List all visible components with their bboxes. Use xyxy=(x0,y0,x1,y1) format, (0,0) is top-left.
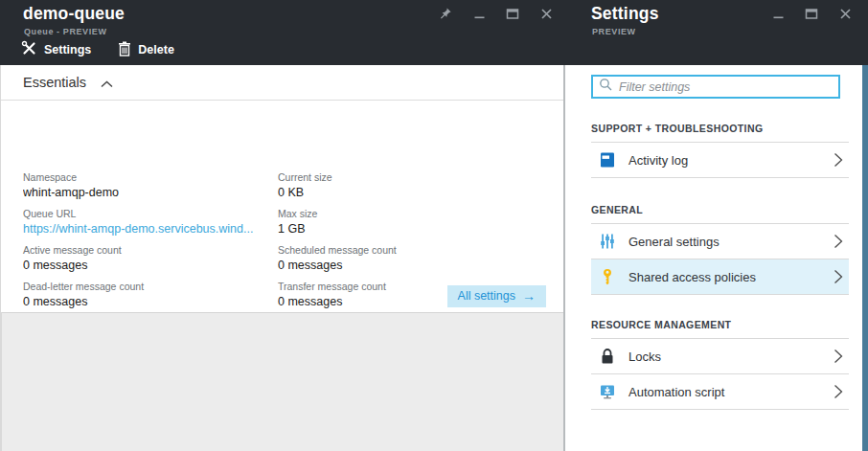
chevron-right-icon xyxy=(834,349,843,364)
essentials-header[interactable]: Essentials xyxy=(1,65,563,101)
field-current-size: Current size 0 KB xyxy=(278,170,508,200)
queue-window-controls xyxy=(438,6,554,21)
page-title: demo-queue xyxy=(23,4,125,24)
field-scheduled-message-count: Scheduled message count 0 messages xyxy=(278,243,508,273)
settings-blade: Settings PREVIEW xyxy=(565,0,862,451)
section-header: GENERAL xyxy=(591,204,849,215)
settings-title: Settings xyxy=(591,4,659,24)
pin-icon[interactable] xyxy=(438,6,453,21)
field-dead-letter-message-count: Dead-letter message count 0 messages xyxy=(23,280,267,309)
chevron-right-icon xyxy=(834,384,843,399)
next-blade-edge xyxy=(862,0,868,451)
minimize-icon[interactable] xyxy=(770,6,786,21)
maximize-icon[interactable] xyxy=(505,6,520,21)
section-list: Locks Automation script xyxy=(591,338,849,410)
menu-item-automation-script[interactable]: Automation script xyxy=(591,374,849,410)
settings-blade-header: Settings PREVIEW xyxy=(565,0,862,65)
close-icon[interactable] xyxy=(538,6,554,21)
all-settings-button[interactable]: All settings → xyxy=(447,285,546,307)
chevron-right-icon xyxy=(834,269,843,284)
section-header: RESOURCE MANAGEMENT xyxy=(591,319,849,330)
page-subtitle: Queue - PREVIEW xyxy=(24,27,107,36)
sliders-icon xyxy=(599,233,616,250)
minimize-icon[interactable] xyxy=(471,6,487,21)
settings-button-label: Settings xyxy=(44,43,91,56)
settings-blade-content: SUPPORT + TROUBLESHOOTING Activity log xyxy=(565,65,862,451)
search-icon xyxy=(599,78,613,96)
essentials-title: Essentials xyxy=(23,75,86,90)
settings-subtitle: PREVIEW xyxy=(592,27,636,36)
menu-item-locks[interactable]: Locks xyxy=(591,339,849,374)
maximize-icon[interactable] xyxy=(804,6,819,21)
chevron-right-icon xyxy=(834,152,843,168)
close-icon[interactable] xyxy=(837,6,853,21)
field-queue-url: Queue URL https://whint-amqp-demo.servic… xyxy=(23,207,267,237)
filter-settings-input[interactable] xyxy=(619,80,833,94)
section-support-troubleshooting: SUPPORT + TROUBLESHOOTING Activity log xyxy=(591,123,849,178)
delete-button-label: Delete xyxy=(138,43,174,56)
azure-portal: demo-queue Queue - PREVIEW xyxy=(0,0,868,451)
settings-window-controls xyxy=(770,6,853,21)
trash-icon xyxy=(118,41,131,59)
section-list: Activity log xyxy=(591,142,849,178)
section-resource-management: RESOURCE MANAGEMENT Locks xyxy=(591,319,849,410)
chevron-right-icon xyxy=(834,234,843,249)
field-namespace: Namespace whint-amqp-demo xyxy=(23,170,267,200)
field-active-message-count: Active message count 0 messages xyxy=(23,243,267,273)
queue-toolbar: Settings Delete xyxy=(21,40,174,59)
key-icon xyxy=(599,268,616,285)
queue-blade: demo-queue Queue - PREVIEW xyxy=(0,0,563,451)
lock-icon xyxy=(599,348,616,365)
tools-icon xyxy=(21,40,37,59)
queue-blade-content: Essentials Namespace whint-amqp-demo Que… xyxy=(0,65,563,451)
menu-item-activity-log[interactable]: Activity log xyxy=(591,143,849,178)
queue-blade-header: demo-queue Queue - PREVIEW xyxy=(0,0,563,65)
menu-item-shared-access-policies[interactable]: Shared access policies xyxy=(591,259,849,295)
delete-button[interactable]: Delete xyxy=(118,41,174,59)
field-max-size: Max size 1 GB xyxy=(278,207,508,237)
section-header: SUPPORT + TROUBLESHOOTING xyxy=(591,123,849,134)
all-settings-label: All settings xyxy=(458,289,515,303)
automation-script-icon xyxy=(599,383,616,400)
queue-url-link[interactable]: https://whint-amqp-demo.servicebus.wind.… xyxy=(23,221,267,237)
settings-button[interactable]: Settings xyxy=(21,40,91,59)
blade-empty-area xyxy=(1,312,563,451)
activity-log-icon xyxy=(599,151,616,169)
section-general: GENERAL General settings xyxy=(591,204,849,295)
filter-settings-box xyxy=(591,75,840,99)
arrow-right-icon: → xyxy=(522,290,536,302)
chevron-up-icon[interactable] xyxy=(101,75,113,92)
section-list: General settings Shared access policies xyxy=(591,223,849,295)
menu-item-general-settings[interactable]: General settings xyxy=(591,224,849,259)
